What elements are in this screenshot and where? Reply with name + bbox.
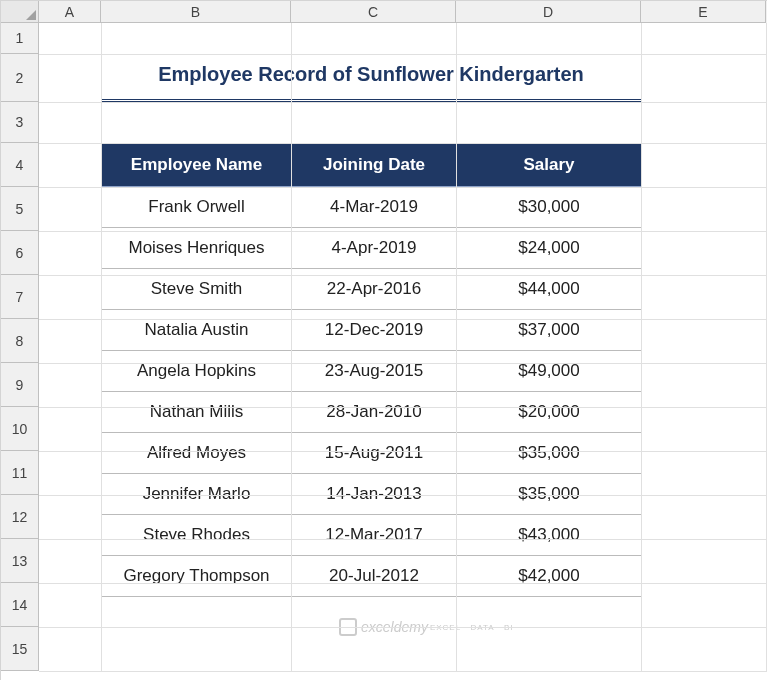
row-header-2[interactable]: 2: [1, 54, 39, 102]
cell-salary[interactable]: $30,000: [457, 187, 642, 228]
cell-date[interactable]: 12-Mar-2017: [292, 515, 457, 556]
cell-salary[interactable]: $43,000: [457, 515, 642, 556]
cell-name[interactable]: Natalia Austin: [102, 310, 292, 351]
header-date[interactable]: Joining Date: [292, 144, 457, 187]
column-headers-row: A B C D E: [1, 1, 767, 23]
cell-name[interactable]: Jennifer Marlo: [102, 474, 292, 515]
col-header-D[interactable]: D: [456, 1, 641, 23]
row-header-10[interactable]: 10: [1, 407, 39, 451]
cells-area[interactable]: Employee Record of Sunflower Kindergarte…: [39, 23, 767, 671]
row-header-1[interactable]: 1: [1, 23, 39, 54]
row-header-11[interactable]: 11: [1, 451, 39, 495]
row-headers-column: 123456789101112131415: [1, 23, 39, 671]
cell-salary[interactable]: $20,000: [457, 392, 642, 433]
table-row: Angela Hopkins23-Aug-2015$49,000: [102, 351, 642, 392]
cell-date[interactable]: 12-Dec-2019: [292, 310, 457, 351]
header-salary[interactable]: Salary: [457, 144, 642, 187]
spreadsheet-grid: A B C D E 123456789101112131415 Employee…: [0, 0, 767, 680]
col-header-E[interactable]: E: [641, 1, 766, 23]
cell-name[interactable]: Frank Orwell: [102, 187, 292, 228]
cell-salary[interactable]: $42,000: [457, 556, 642, 597]
employee-table: Employee Name Joining Date Salary Frank …: [101, 143, 642, 597]
table-row: Natalia Austin12-Dec-2019$37,000: [102, 310, 642, 351]
table-row: Nathan Mills28-Jan-2010$20,000: [102, 392, 642, 433]
cell-date[interactable]: 14-Jan-2013: [292, 474, 457, 515]
header-name[interactable]: Employee Name: [102, 144, 292, 187]
cell-name[interactable]: Nathan Mills: [102, 392, 292, 433]
table-row: Jennifer Marlo14-Jan-2013$35,000: [102, 474, 642, 515]
row-header-12[interactable]: 12: [1, 495, 39, 539]
col-header-B[interactable]: B: [101, 1, 291, 23]
cell-salary[interactable]: $24,000: [457, 228, 642, 269]
cell-salary[interactable]: $49,000: [457, 351, 642, 392]
row-header-9[interactable]: 9: [1, 363, 39, 407]
row-header-4[interactable]: 4: [1, 143, 39, 187]
row-header-15[interactable]: 15: [1, 627, 39, 671]
cell-date[interactable]: 23-Aug-2015: [292, 351, 457, 392]
cell-date[interactable]: 4-Apr-2019: [292, 228, 457, 269]
table-row: Steve Rhodes12-Mar-2017$43,000: [102, 515, 642, 556]
cell-date[interactable]: 4-Mar-2019: [292, 187, 457, 228]
cell-name[interactable]: Angela Hopkins: [102, 351, 292, 392]
row-header-6[interactable]: 6: [1, 231, 39, 275]
row-header-5[interactable]: 5: [1, 187, 39, 231]
table-row: Alfred Moyes15-Aug-2011$35,000: [102, 433, 642, 474]
table-row: Gregory Thompson20-Jul-2012$42,000: [102, 556, 642, 597]
row-header-13[interactable]: 13: [1, 539, 39, 583]
cell-salary[interactable]: $37,000: [457, 310, 642, 351]
row-header-14[interactable]: 14: [1, 583, 39, 627]
row-header-3[interactable]: 3: [1, 102, 39, 143]
cell-salary[interactable]: $35,000: [457, 433, 642, 474]
col-header-A[interactable]: A: [39, 1, 101, 23]
cell-name[interactable]: Steve Rhodes: [102, 515, 292, 556]
row-header-8[interactable]: 8: [1, 319, 39, 363]
cell-name[interactable]: Moises Henriques: [102, 228, 292, 269]
page-title: Employee Record of Sunflower Kindergarte…: [101, 54, 641, 102]
select-all-corner[interactable]: [1, 1, 39, 23]
cell-date[interactable]: 20-Jul-2012: [292, 556, 457, 597]
cell-date[interactable]: 28-Jan-2010: [292, 392, 457, 433]
cell-date[interactable]: 15-Aug-2011: [292, 433, 457, 474]
row-header-7[interactable]: 7: [1, 275, 39, 319]
col-header-C[interactable]: C: [291, 1, 456, 23]
table-header-row: Employee Name Joining Date Salary: [102, 144, 642, 187]
cell-name[interactable]: Alfred Moyes: [102, 433, 292, 474]
table-row: Moises Henriques4-Apr-2019$24,000: [102, 228, 642, 269]
cell-name[interactable]: Gregory Thompson: [102, 556, 292, 597]
table-row: Frank Orwell4-Mar-2019$30,000: [102, 187, 642, 228]
cell-salary[interactable]: $35,000: [457, 474, 642, 515]
